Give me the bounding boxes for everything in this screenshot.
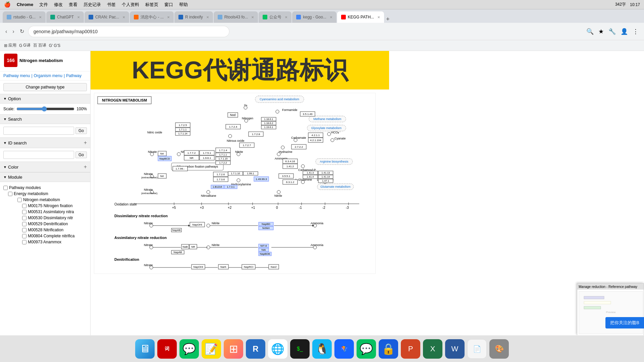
dock-bitwarden[interactable]: 🔒 <box>379 339 398 359</box>
url-input[interactable] <box>28 26 229 37</box>
menubar-edit[interactable]: 修改 <box>54 2 63 8</box>
nitrogen-metabolism-checkbox[interactable] <box>17 198 22 202</box>
profile-icon[interactable]: 👤 <box>619 26 629 37</box>
bookmark-apps[interactable]: ⊞ 应用 <box>4 43 16 48</box>
dock-finder[interactable]: 🖥 <box>135 339 155 359</box>
checkbox-m00973[interactable] <box>22 240 26 244</box>
tab-close-rindex[interactable]: ✕ <box>206 15 209 19</box>
scale-slider[interactable] <box>16 106 74 112</box>
tab-close-gongzhong[interactable]: ✕ <box>285 15 287 19</box>
id-search-section-header[interactable]: ▼ ID search + <box>0 137 90 148</box>
pathway-modules-checkbox[interactable] <box>3 186 8 190</box>
dock-word[interactable]: W <box>445 339 465 359</box>
bookmark-baidu-translate[interactable]: 百 百译 <box>33 43 46 48</box>
tab-close-kegg-google[interactable]: ✕ <box>330 15 332 19</box>
menubar-window[interactable]: 窗口 <box>164 2 173 8</box>
menubar-tabs[interactable]: 标签页 <box>145 2 158 8</box>
tab-rstudio[interactable]: rstudio - G... ✕ <box>3 11 46 23</box>
nitrogen-metabolism-item[interactable]: Nitrogen metabolism <box>17 197 87 203</box>
search-input[interactable] <box>3 127 74 135</box>
dock-dictionary[interactable]: 词 <box>157 339 177 359</box>
checkbox-m00530[interactable] <box>22 216 26 220</box>
id-search-go-button[interactable]: Go <box>75 152 87 158</box>
menubar-profile[interactable]: 个人资料 <box>122 2 139 8</box>
bookmark-icon[interactable]: ★ <box>597 26 605 37</box>
id-search-plus[interactable]: + <box>84 140 87 146</box>
dock-qq[interactable]: 🐧 <box>312 339 332 359</box>
checkbox-m00175[interactable] <box>22 204 26 208</box>
module-m00175[interactable]: M00175 Nitrogen fixation <box>22 203 87 209</box>
tab-chatgpt[interactable]: ChatGPT ✕ <box>46 11 84 23</box>
nav-pathway-menu[interactable]: Pathway menu <box>3 73 30 78</box>
option-section-header[interactable]: ▼ Option <box>0 94 90 104</box>
checkbox-m00529[interactable] <box>22 222 26 226</box>
bookmark-gs[interactable]: G' G'S <box>49 43 60 48</box>
tab-close-kegg-path[interactable]: ✕ <box>377 15 380 19</box>
forward-button[interactable]: › <box>11 27 15 36</box>
module-m00804[interactable]: M00804 Complete nitrifica <box>22 233 87 239</box>
module-m00530[interactable]: M00530 Dissimilatory nitr <box>22 215 87 221</box>
bookmark-g-translate[interactable]: G G译 <box>19 43 31 48</box>
menubar-help[interactable]: 帮助 <box>179 2 188 8</box>
reload-button[interactable]: ↻ <box>18 27 25 36</box>
energy-metabolism-checkbox[interactable] <box>8 192 12 196</box>
tab-kegg-google[interactable]: kegg - Goo... ✕ <box>292 11 336 23</box>
svg-text:Dissimilatory nitrate reductio: Dissimilatory nitrate reduction <box>114 214 168 218</box>
search-go-button[interactable]: Go <box>75 127 87 134</box>
dock-wechat-work[interactable]: 💬 <box>179 339 199 359</box>
nav-organism-menu[interactable]: Organism menu <box>34 73 62 78</box>
color-section-header[interactable]: ▼ Color + <box>0 162 90 172</box>
change-pathway-button[interactable]: Change pathway type <box>3 83 87 91</box>
module-m00529[interactable]: M00529 Denitrification <box>22 221 87 227</box>
pathway-modules-item[interactable]: Pathway modules <box>3 185 87 191</box>
checkbox-m00804[interactable] <box>22 234 26 238</box>
checkbox-m00531[interactable] <box>22 210 26 214</box>
dock-feishu[interactable]: 🪁 <box>334 339 354 359</box>
dock-notes[interactable]: 📝 <box>202 339 221 359</box>
svg-text:NIT-6: NIT-6 <box>260 244 267 247</box>
tab-gongzhong[interactable]: 公众号 ✕ <box>259 11 291 23</box>
color-plus[interactable]: + <box>84 164 87 170</box>
apple-icon[interactable]: 🍎 <box>4 1 11 8</box>
tab-close-xiaoxin[interactable]: ✕ <box>167 15 170 19</box>
checkbox-m00528[interactable] <box>22 228 26 232</box>
back-button[interactable]: ‹ <box>4 27 8 36</box>
blue-float-button[interactable]: 把你关注的髓B <box>605 317 644 328</box>
menubar-bookmarks[interactable]: 书签 <box>107 2 116 8</box>
module-m00531[interactable]: M00531 Assimilatory nitra <box>22 209 87 215</box>
menubar-history[interactable]: 历史记录 <box>84 2 101 8</box>
search-section-header[interactable]: ▼ Search <box>0 114 90 124</box>
dock-chrome[interactable]: 🌐 <box>268 339 287 359</box>
tab-close-rtools[interactable]: ✕ <box>251 15 254 19</box>
svg-text:1.7.99.-: 1.7.99.- <box>175 167 184 170</box>
module-section-header[interactable]: ▼ Module <box>0 172 90 182</box>
dock-powerpoint[interactable]: P <box>401 339 420 359</box>
module-m00528[interactable]: M00528 Nitrification <box>22 227 87 233</box>
tab-kegg-path[interactable]: KEGG PATH... ✕ <box>337 11 384 23</box>
dock-r[interactable]: R <box>246 339 265 359</box>
extension-icon[interactable]: 🔧 <box>607 26 617 37</box>
tab-rindex[interactable]: R indexify ✕ <box>174 11 213 23</box>
menubar-file[interactable]: 文件 <box>39 2 48 8</box>
search-icon[interactable]: 🔍 <box>585 26 595 37</box>
menubar-app[interactable]: Chrome <box>17 2 33 7</box>
id-search-input[interactable] <box>3 151 74 159</box>
tab-close-chatgpt[interactable]: ✕ <box>77 15 80 19</box>
tab-close-cran[interactable]: ✕ <box>122 15 125 19</box>
dock-textedit[interactable]: 📄 <box>467 339 487 359</box>
dock-launchpad[interactable]: ⊞ <box>224 339 243 359</box>
module-m00973[interactable]: M00973 Anammox <box>22 239 87 245</box>
tab-close-rstudio[interactable]: ✕ <box>39 15 42 19</box>
menu-icon[interactable]: ⋮ <box>631 26 640 37</box>
tab-cran[interactable]: CRAN: Pac... ✕ <box>85 11 129 23</box>
new-tab-button[interactable]: + <box>386 16 390 23</box>
tab-xiaoxin[interactable]: 消息中心 - ... ✕ <box>130 11 174 23</box>
nav-pathway[interactable]: Pathway <box>66 73 82 78</box>
dock-wechat[interactable]: 💬 <box>357 339 376 359</box>
dock-more[interactable]: 🎨 <box>489 339 509 359</box>
menubar-view[interactable]: 查看 <box>69 2 77 8</box>
tab-rtools[interactable]: Rtools43 fo... ✕ <box>214 11 258 23</box>
dock-excel[interactable]: X <box>423 339 442 359</box>
energy-metabolism-item[interactable]: Energy metabolism <box>8 191 87 197</box>
dock-terminal[interactable]: $_ <box>290 339 310 359</box>
